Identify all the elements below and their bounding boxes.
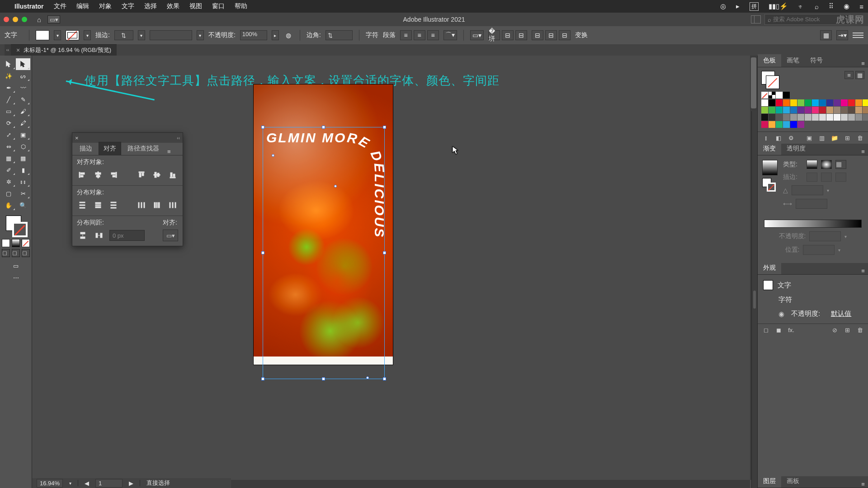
menu-window[interactable]: 窗口 — [212, 2, 225, 10]
align-panel[interactable]: × ‹‹ 描边 对齐 路径查找器 ≡ 对齐对象: — [72, 132, 183, 246]
rectangle-tool[interactable]: ▭ — [1, 105, 16, 117]
type-on-path-tool[interactable]: ✎ — [16, 94, 30, 105]
swatch[interactable] — [761, 107, 768, 113]
panel-menu-icon[interactable]: ≡ — [167, 148, 171, 155]
h-align-left[interactable] — [77, 169, 88, 181]
appearance-opacity-value[interactable]: 默认值 — [831, 310, 851, 318]
swatch[interactable] — [812, 107, 819, 113]
new-group-icon[interactable]: ▣ — [805, 134, 814, 142]
draw-inside[interactable]: ◻ — [22, 249, 30, 257]
align-to-dropdown[interactable]: ▭▾ — [163, 230, 178, 241]
pen-tool[interactable]: ✒ — [1, 82, 16, 94]
wifi-icon[interactable]: ᯤ — [798, 3, 805, 10]
stroke-dropdown[interactable]: ▾ — [84, 30, 91, 40]
swatch[interactable] — [797, 99, 804, 106]
delete-swatch-icon[interactable]: 🗑 — [855, 134, 864, 142]
swatches-menu-icon[interactable]: ≡ — [858, 60, 868, 67]
lasso-tool[interactable]: ᔕ — [16, 70, 30, 82]
swatch[interactable] — [863, 99, 868, 106]
draw-normal[interactable]: ◻ — [2, 249, 10, 257]
tab-brushes[interactable]: 画笔 — [781, 54, 805, 67]
current-stroke-swatch[interactable] — [766, 75, 779, 89]
play-icon[interactable]: ▸ — [736, 2, 740, 10]
siri-icon[interactable]: ◉ — [844, 2, 849, 10]
width-tool[interactable]: ⇔ — [1, 141, 16, 152]
control-menu[interactable] — [853, 30, 863, 40]
collapsed-dock[interactable] — [751, 111, 757, 488]
swatch[interactable] — [790, 107, 797, 113]
transform-link[interactable]: 变换 — [575, 31, 588, 39]
obj-align-vcenter[interactable]: ⊟ — [545, 30, 557, 40]
symbol-sprayer-tool[interactable]: ✲ — [1, 176, 16, 188]
magic-wand-tool[interactable]: ✨ — [1, 70, 16, 82]
rotate-tool[interactable]: ⟳ — [1, 117, 16, 129]
draw-behind[interactable]: ◻ — [12, 249, 20, 257]
swatch[interactable] — [805, 107, 811, 113]
swatch[interactable] — [797, 121, 804, 128]
menu-view[interactable]: 视图 — [189, 2, 202, 10]
h-align-right[interactable] — [108, 169, 119, 181]
ap-add-fill-icon[interactable]: ◼ — [774, 326, 783, 334]
swatch[interactable] — [761, 121, 768, 128]
zoom-tool[interactable]: 🔍 — [16, 199, 30, 211]
appearance-menu-icon[interactable]: ≡ — [858, 267, 868, 274]
obj-align-left[interactable]: �垪 — [488, 30, 500, 40]
h-dist-right[interactable] — [167, 199, 178, 211]
swatch[interactable] — [769, 114, 775, 121]
stroke-weight-dd[interactable]: ▾ — [138, 30, 145, 40]
zoom-level[interactable]: 16.94% — [37, 479, 63, 488]
swatch[interactable] — [805, 99, 811, 106]
close-window[interactable] — [4, 17, 9, 22]
v-dist-top[interactable] — [77, 199, 88, 211]
gradient-fillstroke[interactable] — [762, 178, 776, 192]
document-tab[interactable]: × 未标题-1* @ 16.94 % (RGB/预览) — [11, 44, 117, 56]
swatch[interactable] — [819, 107, 826, 113]
swatch[interactable] — [855, 99, 862, 106]
swatch[interactable] — [761, 99, 768, 106]
layers-menu-icon[interactable]: ≡ — [858, 481, 868, 488]
swatch[interactable] — [834, 99, 840, 106]
battery-icon[interactable]: ▮▮▯⚡ — [769, 2, 788, 10]
swatch[interactable] — [805, 114, 811, 121]
swatch[interactable] — [790, 99, 797, 106]
align-center-icon[interactable]: ≡ — [414, 30, 425, 40]
notifications-icon[interactable]: ≡ — [859, 3, 863, 10]
isolate-icon[interactable]: ▦ — [820, 30, 832, 40]
arrange-documents[interactable]: ▭▾ — [47, 15, 60, 23]
gradient-type-freeform[interactable]: ▦ — [835, 160, 846, 169]
opacity-input[interactable]: 100% — [240, 30, 267, 40]
swatch[interactable] — [812, 114, 819, 121]
color-mode[interactable] — [2, 239, 10, 247]
spotlight-icon[interactable]: ⌕ — [815, 3, 819, 10]
menu-file[interactable]: 文件 — [54, 2, 66, 10]
menu-edit[interactable]: 编辑 — [76, 2, 89, 10]
selection-bounding-box[interactable] — [263, 127, 385, 379]
menu-select[interactable]: 选择 — [144, 2, 157, 10]
swatch[interactable] — [776, 114, 783, 121]
swatch[interactable] — [783, 107, 790, 113]
fill-swatch[interactable] — [36, 30, 49, 40]
none-mode[interactable] — [22, 239, 30, 247]
ap-delete-icon[interactable]: 🗑 — [855, 326, 864, 334]
direct-selection-tool[interactable] — [16, 58, 30, 70]
app-name[interactable]: Illustrator — [14, 3, 44, 10]
spacing-input[interactable] — [109, 230, 145, 241]
path-anchor[interactable] — [334, 185, 337, 188]
grad-stroke-2[interactable] — [821, 173, 832, 182]
swatch[interactable] — [783, 114, 790, 121]
v-align-top[interactable] — [136, 169, 147, 181]
recolor-icon[interactable]: ◍ — [283, 32, 293, 39]
swatch[interactable] — [761, 114, 768, 121]
grad-aspect-input[interactable] — [796, 199, 827, 209]
swatch[interactable] — [769, 121, 775, 128]
appearance-opacity-row[interactable]: ◉不透明度: 默认值 — [758, 307, 868, 321]
free-transform-tool[interactable]: ▣ — [16, 129, 30, 141]
swatch[interactable] — [812, 99, 819, 106]
grad-angle-input[interactable] — [792, 185, 823, 195]
menu-type[interactable]: 文字 — [122, 2, 134, 10]
ap-add-stroke-icon[interactable]: ◻ — [761, 326, 770, 334]
slice-tool[interactable]: ✂ — [16, 188, 30, 199]
swatch[interactable] — [826, 114, 833, 121]
path-anchor[interactable] — [366, 376, 369, 379]
tab-pathfinder[interactable]: 路径查找器 — [123, 142, 164, 155]
